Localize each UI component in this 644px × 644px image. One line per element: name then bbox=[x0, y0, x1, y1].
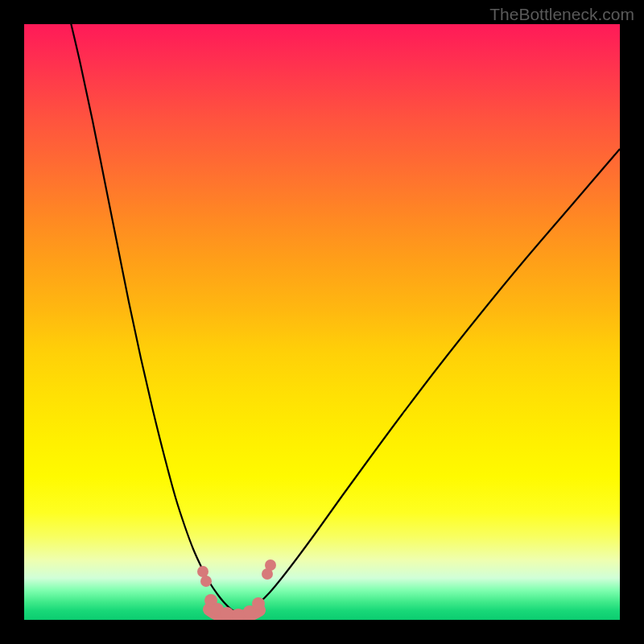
left-curve-line bbox=[69, 24, 240, 615]
right-curve-line bbox=[240, 149, 620, 615]
data-dot bbox=[197, 566, 208, 577]
data-dot bbox=[252, 597, 265, 610]
data-dot bbox=[265, 559, 276, 571]
data-dot bbox=[200, 576, 212, 587]
data-dot bbox=[221, 607, 233, 620]
chart-svg bbox=[24, 24, 620, 620]
watermark-text: TheBottleneck.com bbox=[489, 5, 634, 24]
chart-gradient-background bbox=[24, 24, 620, 620]
